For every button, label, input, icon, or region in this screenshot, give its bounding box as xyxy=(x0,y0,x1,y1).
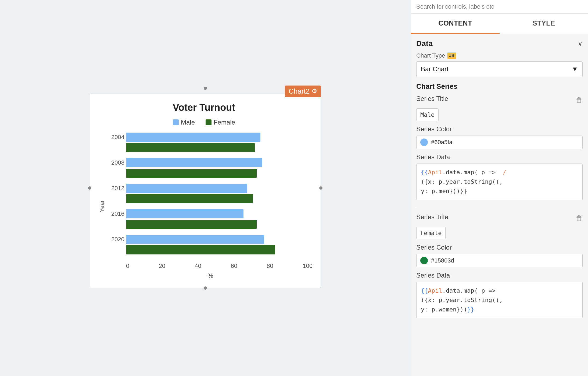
series-1-title-label: Series Title xyxy=(416,95,448,102)
bar-fill-male-2020 xyxy=(126,235,264,244)
bar-row-female-2008 xyxy=(108,169,313,178)
bar-fill-male-2004 xyxy=(126,133,260,142)
chart-card: Voter Turnout Male Female Year xyxy=(90,94,321,288)
bar-row-female-2012 xyxy=(108,194,313,203)
bars-section: 20042008201220162020 xyxy=(108,133,313,260)
x-tick-40: 40 xyxy=(195,263,201,269)
series-1-section: Series Title 🗑 Male Series Color #60a5fa… xyxy=(416,95,583,200)
series-divider xyxy=(416,208,583,208)
chart-widget-wrapper: Chart2 ⚙ Voter Turnout Male Female Year xyxy=(90,88,321,288)
legend-swatch-female xyxy=(206,119,211,125)
bar-row-male-2016: 2016 xyxy=(108,209,313,218)
bar-year-label-2004: 2004 xyxy=(108,134,124,141)
tab-style[interactable]: STYLE xyxy=(500,14,588,34)
bar-fill-female-2012 xyxy=(126,194,253,203)
bar-row-female-2004 xyxy=(108,143,313,152)
chart-type-label: Chart Type JS xyxy=(416,52,583,59)
resize-handle-top[interactable] xyxy=(204,87,207,90)
chart-type-field: Chart Type JS Bar Chart ▼ xyxy=(416,52,583,77)
bar-group-2016: 2016 xyxy=(108,209,313,229)
bar-group-2012: 2012 xyxy=(108,184,313,203)
series-2-section: Series Title 🗑 Female Series Color #1580… xyxy=(416,213,583,318)
series-1-color-input[interactable]: #60a5fa xyxy=(416,136,583,149)
chart-legend: Male Female xyxy=(95,119,313,126)
chart-type-select[interactable]: Bar Chart ▼ xyxy=(416,61,583,77)
x-axis: 020406080100 xyxy=(108,263,313,269)
bar-row-female-2016 xyxy=(108,220,313,229)
panel-tabs: CONTENT STYLE xyxy=(411,14,588,34)
bar-row-male-2008: 2008 xyxy=(108,158,313,167)
series-1-data-label: Series Data xyxy=(416,153,583,161)
bar-fill-male-2016 xyxy=(126,209,243,218)
series-2-data-label: Series Data xyxy=(416,272,583,279)
data-section-header[interactable]: Data ∨ xyxy=(416,39,583,48)
series-1-color-value: #60a5fa xyxy=(431,139,453,146)
legend-label-female: Female xyxy=(214,119,235,126)
bar-year-label-2012: 2012 xyxy=(108,185,124,192)
series-2-color-input[interactable]: #15803d xyxy=(416,254,583,267)
bar-year-label-2016: 2016 xyxy=(108,210,124,217)
series-2-data-box[interactable]: {{Apil.data.map( p => ({x: p.year.toStri… xyxy=(416,282,583,318)
legend-male: Male xyxy=(173,119,195,126)
bar-year-label-2008: 2008 xyxy=(108,159,124,166)
bar-year-label-2020: 2020 xyxy=(108,236,124,243)
chart-series-title: Chart Series xyxy=(416,82,583,91)
series-1-title-input[interactable]: Male xyxy=(416,108,439,121)
series-2-color-label: Series Color xyxy=(416,244,583,251)
bar-row-female-2020 xyxy=(108,245,313,254)
left-panel: Chart2 ⚙ Voter Turnout Male Female Year xyxy=(0,0,411,376)
bar-fill-male-2012 xyxy=(126,184,247,193)
x-tick-80: 80 xyxy=(267,263,273,269)
bar-row-male-2020: 2020 xyxy=(108,235,313,244)
chart-area: Year 20042008201220162020 020406080100 % xyxy=(95,133,313,280)
chart-body: Year 20042008201220162020 020406080100 % xyxy=(98,133,313,280)
resize-handle-right[interactable] xyxy=(319,186,322,190)
series-2-color-swatch xyxy=(420,257,428,264)
series-1-delete-icon[interactable]: 🗑 xyxy=(576,96,583,104)
x-tick-60: 60 xyxy=(231,263,237,269)
bar-fill-female-2016 xyxy=(126,220,257,229)
series-1-color-swatch xyxy=(420,139,428,146)
series-2-header: Series Title 🗑 xyxy=(416,213,583,224)
panel-content: Data ∨ Chart Type JS Bar Chart ▼ Chart S… xyxy=(411,34,588,376)
search-bar xyxy=(411,0,588,14)
data-section-title: Data xyxy=(416,39,433,48)
gear-icon: ⚙ xyxy=(312,88,317,95)
legend-label-male: Male xyxy=(181,119,195,126)
search-input[interactable] xyxy=(416,3,583,10)
y-axis-label: Year xyxy=(98,133,106,280)
bars-and-axis: 20042008201220162020 020406080100 % xyxy=(108,133,313,280)
legend-swatch-male xyxy=(173,119,179,125)
resize-handle-left[interactable] xyxy=(88,186,91,190)
bar-group-2004: 2004 xyxy=(108,133,313,152)
series-2-delete-icon[interactable]: 🗑 xyxy=(576,214,583,222)
chart-title: Voter Turnout xyxy=(95,102,313,113)
bar-fill-female-2008 xyxy=(126,169,257,178)
series-2-title-label: Series Title xyxy=(416,213,448,221)
series-2-color-value: #15803d xyxy=(431,257,454,264)
series-2-title-input[interactable]: Female xyxy=(416,227,446,239)
chevron-down-icon: ∨ xyxy=(578,40,583,47)
series-1-header: Series Title 🗑 xyxy=(416,95,583,105)
js-badge: JS xyxy=(447,52,456,59)
x-tick-0: 0 xyxy=(126,263,129,269)
bar-group-2008: 2008 xyxy=(108,158,313,178)
resize-handle-bottom[interactable] xyxy=(204,286,207,290)
x-axis-label: % xyxy=(108,272,313,280)
select-chevron-icon: ▼ xyxy=(572,65,578,73)
bar-group-2020: 2020 xyxy=(108,235,313,254)
bar-fill-female-2004 xyxy=(126,143,255,152)
right-panel: CONTENT STYLE Data ∨ Chart Type JS Bar C… xyxy=(411,0,588,376)
tab-content[interactable]: CONTENT xyxy=(411,14,500,34)
series-1-data-box[interactable]: {{Apil.data.map( p => / ({x: p.year.toSt… xyxy=(416,164,583,200)
bar-fill-female-2020 xyxy=(126,245,275,254)
chart-badge-label: Chart2 xyxy=(289,87,310,95)
bar-fill-male-2008 xyxy=(126,158,262,167)
x-tick-20: 20 xyxy=(159,263,165,269)
bar-row-male-2004: 2004 xyxy=(108,133,313,142)
bar-row-male-2012: 2012 xyxy=(108,184,313,193)
series-1-color-label: Series Color xyxy=(416,125,583,133)
x-tick-100: 100 xyxy=(303,263,313,269)
legend-female: Female xyxy=(206,119,235,126)
chart-badge[interactable]: Chart2 ⚙ xyxy=(285,86,321,97)
